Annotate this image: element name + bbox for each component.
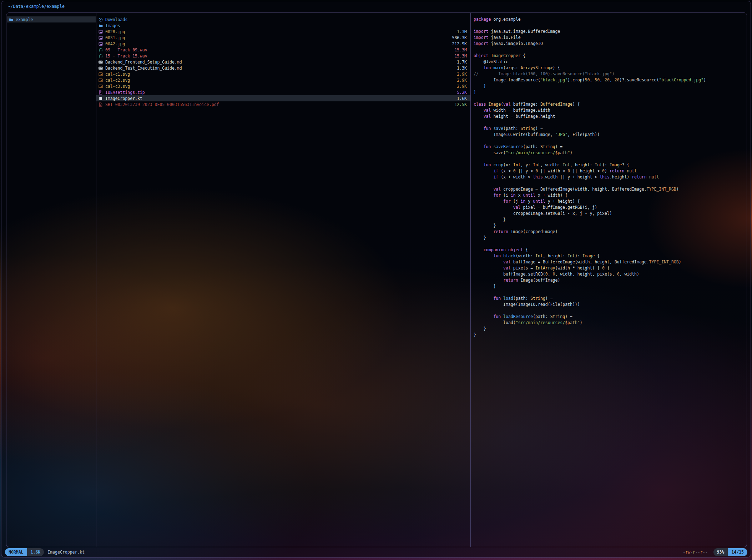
code-line <box>474 47 744 53</box>
file-row[interactable]: 09 - Track 09.wav 15.3M <box>96 47 470 53</box>
permission-char: -- <box>695 550 700 555</box>
code-line: val croppedImage = BufferedImage(width, … <box>474 186 744 192</box>
file-name: 0028.jpg <box>105 29 125 34</box>
file-size: 5.2K <box>453 90 467 95</box>
image-icon <box>99 42 104 46</box>
cursor-position: 14/15 <box>728 548 747 556</box>
folder-icon <box>99 24 104 28</box>
pdf-icon <box>99 102 104 107</box>
permission-char: r <box>700 550 703 555</box>
file-size: 2.9K <box>453 72 467 77</box>
image-icon <box>99 84 104 89</box>
code-line <box>474 138 744 144</box>
file-row[interactable]: Backend_Frontend_Setup_Guide.md 1.7K <box>96 59 470 65</box>
code-line: companion object { <box>474 247 744 253</box>
permission-char: -- <box>703 550 708 555</box>
file-row[interactable]: ImageCropper.kt 1.6K <box>96 95 470 101</box>
code-line <box>474 289 744 296</box>
file-row[interactable]: Backend_Test_Execution_Guide.md 1.3K <box>96 65 470 71</box>
code-line: fun black(width: Int, height: Int): Imag… <box>474 253 744 259</box>
file-row[interactable]: 0031.jpg 586.3K <box>96 35 470 41</box>
file-name: cal-c1.svg <box>105 72 130 77</box>
status-left: NORMAL 1.6K ImageCropper.kt <box>5 548 85 556</box>
code-line: return Image(buffImage) <box>474 277 744 283</box>
code-line <box>474 308 744 314</box>
code-line: fun main(args: Array<String>) { <box>474 65 744 71</box>
code-line: val pixel = buffImage.getRGB(i, j) <box>474 205 744 211</box>
file-size: 1.6K <box>453 96 467 101</box>
code-line: if (x + width > this.width || y + height… <box>474 174 744 180</box>
code-line: val pixels = IntArray(width * height) { … <box>474 265 744 271</box>
code-line: } <box>474 332 744 338</box>
image-icon <box>99 78 104 82</box>
file-name: Backend_Frontend_Setup_Guide.md <box>105 60 182 65</box>
file-size: 15.3M <box>450 47 467 52</box>
file-row[interactable]: 15 - Track 15.wav 15.3M <box>96 53 470 59</box>
status-bar: NORMAL 1.6K ImageCropper.kt -rw-r--r-- 9… <box>5 548 747 556</box>
file-row[interactable]: Images <box>96 22 470 29</box>
folder-icon <box>9 17 14 22</box>
permission-char: - <box>690 550 693 555</box>
file-row[interactable]: 0028.jpg 1.3M <box>96 29 470 35</box>
code-line: val buffImage = BufferedImage(width, hei… <box>474 259 744 265</box>
code-line: croppedImage.setRGB(i - x, j - y, pixel) <box>474 211 744 217</box>
code-line: } <box>474 89 744 95</box>
file-name: cal-c2.svg <box>105 78 130 83</box>
code-line: fun save(path: String) = <box>474 126 744 132</box>
parent-dir-row[interactable]: example <box>7 16 96 22</box>
file-row[interactable]: IDEAsettings.zip 5.2K <box>96 89 470 95</box>
file-row[interactable]: cal-c3.svg 2.9K <box>96 83 470 89</box>
code-line: package org.example <box>474 16 744 22</box>
audio-icon <box>99 48 104 52</box>
code-line: val height = buffImage.height <box>474 113 744 120</box>
code-line <box>474 120 744 126</box>
file-name: example <box>16 17 33 22</box>
file-row[interactable]: SBI_0032013739_2023_DE05_0003155631Invoi… <box>96 101 470 107</box>
permission-char: r <box>693 550 695 555</box>
selected-file-name: ImageCropper.kt <box>47 550 85 555</box>
code-line: fun load(path: String) = <box>474 296 744 302</box>
file-row[interactable]: 0042.jpg 212.9K <box>96 41 470 47</box>
code-line: object ImageCropper { <box>474 53 744 59</box>
file-size: 2.9K <box>453 84 467 89</box>
file-name: Downloads <box>105 17 127 22</box>
code-line: } <box>474 83 744 89</box>
code-line: val width = buffImage.width <box>474 107 744 113</box>
file-row[interactable]: cal-c2.svg 2.9K <box>96 77 470 83</box>
zip-icon <box>99 90 104 95</box>
file-row[interactable]: cal-c1.svg 2.9K <box>96 71 470 77</box>
terminal-window: ~/Data/example/example example Downloads… <box>1 1 751 558</box>
code-line: if (x < 0 || y < 0 || width < 0 || heigh… <box>474 168 744 174</box>
code-line: ImageIO.write(buffImage, "JPG", File(pat… <box>474 132 744 138</box>
selected-file-size: 1.6K <box>27 548 44 556</box>
file-name: 0031.jpg <box>105 35 125 40</box>
file-manager-panes: example Downloads Images 0028.jpg 1.3M <box>6 12 747 547</box>
code-line <box>474 156 744 162</box>
file-size: 586.3K <box>448 35 467 40</box>
mode-indicator: NORMAL <box>5 548 27 556</box>
code-line: } <box>474 223 744 229</box>
code-line: Image.loadResource("black.jpg").crop(50,… <box>474 77 744 83</box>
file-name: Backend_Test_Execution_Guide.md <box>105 66 182 71</box>
download-icon <box>99 17 104 22</box>
file-size: 1.3M <box>453 29 467 34</box>
code-line: import java.awt.image.BufferedImage <box>474 29 744 35</box>
code-line: } <box>474 217 744 223</box>
code-line: import java.io.File <box>474 35 744 41</box>
code-line: fun saveResource(path: String) = <box>474 144 744 150</box>
code-line: } <box>474 326 744 332</box>
file-size: 1.3K <box>453 66 467 71</box>
code-line <box>474 95 744 101</box>
code-line: load("src/main/resources/$path") <box>474 320 744 326</box>
markdown-icon <box>99 66 104 70</box>
file-name: cal-c3.svg <box>105 84 130 89</box>
file-name: 09 - Track 09.wav <box>105 47 147 52</box>
code-line: for (i in x until x + width) { <box>474 192 744 198</box>
parent-directory-pane: example <box>6 13 96 547</box>
code-line <box>474 241 744 247</box>
file-row[interactable]: Downloads <box>96 16 470 22</box>
image-icon <box>99 30 104 34</box>
code-line: Image(ImageIO.read(File(path))) <box>474 302 744 308</box>
code-line: import javax.imageio.ImageIO <box>474 41 744 47</box>
code-line: @JvmStatic <box>474 59 744 65</box>
